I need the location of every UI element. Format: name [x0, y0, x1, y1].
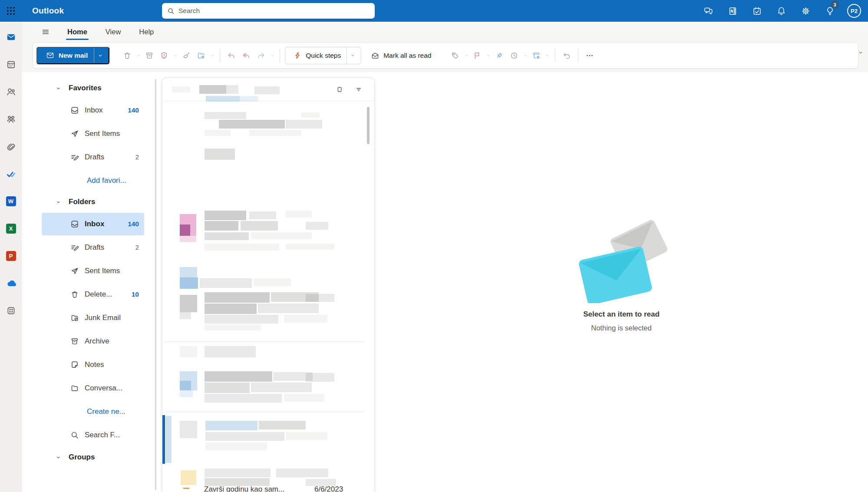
report-dropdown-chevron-icon[interactable]	[172, 47, 179, 64]
tab-home[interactable]: Home	[66, 23, 89, 40]
collapse-ribbon-chevron-icon[interactable]	[855, 47, 866, 58]
reading-pane: Select an item to read Nothing is select…	[375, 72, 868, 492]
ribbon-toolbar: New mail Quick steps Mark all as read	[33, 42, 858, 69]
section-header-favorites[interactable]: Favorites	[22, 78, 162, 98]
folder-item-inbox[interactable]: Inbox140	[42, 213, 144, 235]
onenote-icon[interactable]	[720, 0, 745, 22]
redacted-block	[251, 383, 312, 392]
pin-button[interactable]	[492, 47, 507, 64]
rail-item-more-apps[interactable]	[0, 297, 22, 324]
folder-item-junkemail[interactable]: Junk Email	[42, 307, 144, 329]
forward-dropdown-chevron-icon[interactable]	[268, 47, 276, 64]
folder-item-conversa[interactable]: Conversa...	[42, 377, 144, 400]
undo-icon	[562, 51, 571, 60]
tab-view[interactable]: View	[104, 23, 122, 40]
redacted-block	[251, 232, 312, 239]
flag-dropdown-chevron-icon[interactable]	[485, 47, 492, 64]
mark-all-as-read-button[interactable]: Mark all as read	[366, 47, 436, 64]
sent-icon	[70, 267, 79, 275]
folder-pane: Favorites Inbox140 Sent Items Drafts2Add…	[22, 72, 162, 492]
teams-chat-icon[interactable]	[696, 0, 720, 22]
rail-item-mail[interactable]	[0, 23, 22, 51]
snooze-dropdown-chevron-icon[interactable]	[521, 47, 529, 64]
reply-button[interactable]	[224, 47, 239, 64]
snooze-button[interactable]	[507, 47, 521, 64]
undo-button[interactable]	[559, 47, 574, 64]
tips-lightbulb-icon[interactable]: 3	[818, 0, 842, 22]
rail-item-word[interactable]: W	[0, 188, 22, 215]
notifications-bell-icon[interactable]	[769, 0, 793, 22]
forward-icon	[257, 51, 265, 60]
new-mail-dropdown-chevron-icon[interactable]	[94, 48, 106, 63]
forward-button[interactable]	[254, 47, 268, 64]
rail-item-powerpoint[interactable]: P	[0, 242, 22, 270]
rail-item-calendar[interactable]	[0, 51, 22, 78]
flag-button[interactable]	[470, 47, 485, 64]
section-header-groups[interactable]: Groups	[22, 447, 162, 467]
rail-item-attachments[interactable]	[0, 133, 22, 160]
reply-all-button[interactable]	[239, 47, 254, 64]
categorize-button[interactable]	[448, 47, 462, 64]
folder-item-sentitems[interactable]: Sent Items	[42, 122, 144, 145]
settings-gear-icon[interactable]	[793, 0, 818, 22]
app-launcher-icon[interactable]	[0, 0, 22, 22]
junk-icon	[70, 314, 79, 322]
mail-module: HomeViewHelp New mail Quick steps Mark a…	[22, 22, 868, 492]
folder-item-inbox[interactable]: Inbox140	[42, 99, 144, 122]
filter-icon[interactable]	[353, 83, 365, 96]
rules-button[interactable]	[529, 47, 544, 64]
redacted-block	[306, 373, 334, 382]
flag-icon	[473, 51, 482, 60]
search-icon	[70, 431, 79, 439]
folder-item-drafts[interactable]: Drafts2	[42, 236, 144, 259]
archive-button[interactable]	[142, 47, 157, 64]
message-list-scrollbar[interactable]	[367, 107, 370, 144]
folder-item-searchf[interactable]: Search F...	[42, 424, 144, 446]
more-options-button[interactable]	[582, 47, 597, 64]
link-createne[interactable]: Create ne...	[22, 400, 162, 423]
move-to-dropdown-chevron-icon[interactable]	[208, 47, 216, 64]
redacted-block	[180, 295, 197, 312]
folder-item-notes[interactable]: Notes	[42, 353, 144, 376]
redacted-block	[205, 232, 249, 240]
folder-item-delete[interactable]: Delete...10	[42, 283, 144, 306]
rail-item-excel[interactable]: X	[0, 215, 22, 242]
planner-check-icon[interactable]	[745, 0, 769, 22]
account-avatar[interactable]: P2	[847, 4, 861, 18]
drafts-icon	[70, 153, 79, 162]
rail-item-to-do[interactable]	[0, 160, 22, 188]
rail-item-groups[interactable]	[0, 106, 22, 133]
snooze-icon	[510, 51, 518, 60]
hamburger-menu-icon[interactable]	[39, 24, 52, 39]
redacted-block	[205, 432, 284, 441]
categorize-dropdown-chevron-icon[interactable]	[462, 47, 470, 64]
report-button[interactable]	[157, 47, 172, 64]
redacted-block	[274, 372, 313, 381]
redacted-block	[180, 381, 191, 390]
folder-pane-scrollbar[interactable]	[155, 79, 156, 490]
delete-button[interactable]	[120, 47, 135, 64]
rules-dropdown-chevron-icon[interactable]	[544, 47, 551, 64]
search-input[interactable]: Search	[162, 3, 375, 19]
select-messages-icon[interactable]	[333, 83, 346, 96]
message-list-item[interactable]: Završi godinu kao sam... 6/6/2023	[162, 485, 374, 492]
quick-steps-dropdown-chevron-icon[interactable]	[347, 48, 358, 63]
rail-item-onedrive[interactable]	[0, 270, 22, 297]
new-mail-button[interactable]: New mail	[36, 47, 109, 64]
move-to-button[interactable]	[194, 47, 208, 64]
redacted-block	[180, 371, 197, 381]
rail-item-people[interactable]	[0, 78, 22, 106]
redacted-block	[180, 390, 193, 397]
tab-help[interactable]: Help	[138, 23, 155, 40]
move-to-icon	[197, 51, 205, 60]
empty-state-envelopes-illustration	[575, 218, 667, 303]
delete-dropdown-chevron-icon[interactable]	[135, 47, 142, 64]
folder-item-archive[interactable]: Archive	[42, 330, 144, 353]
redacted-block	[286, 120, 322, 129]
sweep-button[interactable]	[179, 47, 194, 64]
link-addfavori[interactable]: Add favori...	[22, 169, 162, 192]
folder-item-drafts[interactable]: Drafts2	[42, 146, 144, 168]
section-header-folders[interactable]: Folders	[22, 192, 162, 212]
quick-steps-button[interactable]: Quick steps	[285, 47, 361, 64]
folder-item-sentitems[interactable]: Sent Items	[42, 260, 144, 282]
